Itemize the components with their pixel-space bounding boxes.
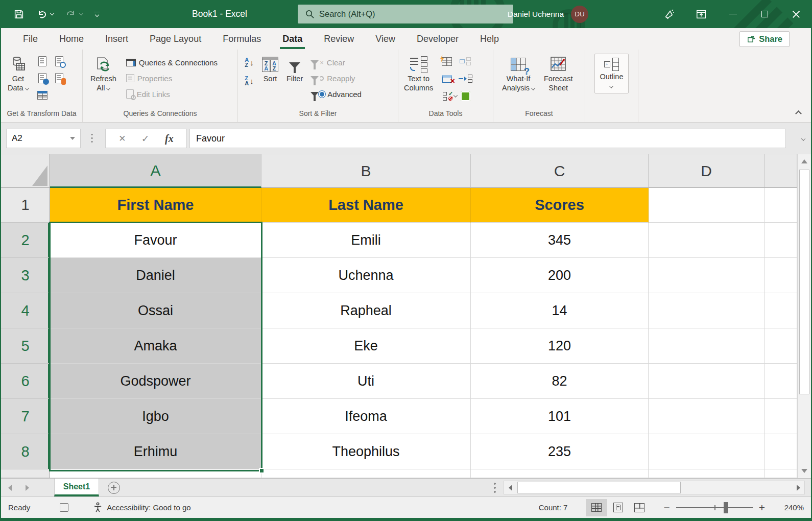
cell-A6[interactable]: Godspower <box>50 364 261 399</box>
cell-A2-active[interactable]: Favour <box>50 223 261 258</box>
from-web-button[interactable] <box>35 72 50 85</box>
cell-A8[interactable]: Erhimu <box>50 434 261 469</box>
page-break-view-button[interactable] <box>629 499 650 516</box>
row-header-8[interactable]: 8 <box>1 434 50 469</box>
cell-A5[interactable]: Amaka <box>50 328 261 364</box>
previous-sheet-button[interactable] <box>1 479 18 496</box>
tab-page-layout[interactable]: Page Layout <box>139 28 212 50</box>
cell-E7[interactable] <box>765 399 797 434</box>
row-header-9-partial[interactable] <box>1 469 50 478</box>
cell-D4[interactable] <box>649 293 765 328</box>
new-sheet-button[interactable] <box>99 479 129 496</box>
column-header-C[interactable]: C <box>471 154 649 188</box>
cell-A3[interactable]: Daniel <box>50 258 261 293</box>
cell-E5[interactable] <box>765 328 797 364</box>
row-header-6[interactable]: 6 <box>1 364 50 399</box>
scroll-right-button[interactable] <box>792 481 804 494</box>
column-header-E-partial[interactable] <box>765 154 797 188</box>
count-indicator[interactable]: Count: 7 <box>539 503 568 512</box>
customize-qat-button[interactable] <box>94 12 100 17</box>
forecast-sheet-button[interactable]: ForecastSheet <box>541 54 575 93</box>
next-sheet-button[interactable] <box>18 479 36 496</box>
row-header-5[interactable]: 5 <box>1 328 50 364</box>
insert-function-button[interactable]: fx <box>165 133 174 145</box>
search-input[interactable]: Search (Alt+Q) <box>298 5 513 23</box>
cell-E3[interactable] <box>765 258 797 293</box>
select-all-corner[interactable] <box>1 154 50 188</box>
cell-E8[interactable] <box>765 434 797 469</box>
cell-E4[interactable] <box>765 293 797 328</box>
redo-button[interactable] <box>65 8 83 20</box>
macro-record-button[interactable] <box>60 503 68 512</box>
cell-E2[interactable] <box>765 223 797 258</box>
scroll-up-button[interactable] <box>798 154 811 169</box>
cell-C1[interactable]: Scores <box>471 188 649 223</box>
accessibility-status[interactable]: Accessibility: Good to go <box>93 502 190 513</box>
advanced-filter-button[interactable]: Advanced <box>308 87 364 101</box>
account-name[interactable]: Daniel Uchenna <box>508 10 564 19</box>
zoom-level[interactable]: 240% <box>774 503 804 512</box>
tab-help[interactable]: Help <box>469 28 510 50</box>
properties-button[interactable]: Properties <box>124 72 220 85</box>
tab-developer[interactable]: Developer <box>406 28 469 50</box>
tab-scrollbar-splitter[interactable] <box>493 482 496 494</box>
formula-input[interactable]: Favour <box>189 129 786 148</box>
tab-formulas[interactable]: Formulas <box>212 28 272 50</box>
sort-button[interactable]: ZA AZ Sort <box>259 54 281 84</box>
row-header-4[interactable]: 4 <box>1 293 50 328</box>
zoom-slider-thumb[interactable] <box>724 502 728 513</box>
cell-B1[interactable]: Last Name <box>261 188 471 223</box>
sort-descending-button[interactable]: ZA↓ <box>242 74 256 87</box>
cell-D1[interactable] <box>649 188 765 223</box>
what-if-analysis-button[interactable]: ? What-IfAnalysis <box>499 54 537 93</box>
cell-D2[interactable] <box>649 223 765 258</box>
remove-duplicates-button[interactable]: × <box>440 72 454 85</box>
cell-A1[interactable]: First Name <box>50 188 261 223</box>
zoom-out-icon[interactable]: − <box>663 505 670 510</box>
normal-view-button[interactable] <box>586 499 607 516</box>
cell-C7[interactable]: 101 <box>471 399 649 434</box>
tab-review[interactable]: Review <box>313 28 365 50</box>
cell-E1[interactable] <box>765 188 797 223</box>
vertical-scrollbar[interactable] <box>797 154 811 478</box>
minimize-button[interactable] <box>717 0 749 28</box>
outline-button[interactable]: Outline <box>594 54 629 93</box>
row-header-2[interactable]: 2 <box>1 223 50 258</box>
row-header-1[interactable]: 1 <box>1 188 50 223</box>
clear-filter-button[interactable]: × Clear <box>308 56 364 69</box>
maximize-button[interactable] <box>749 0 780 28</box>
page-layout-view-button[interactable] <box>607 499 629 516</box>
cell-D5[interactable] <box>649 328 765 364</box>
cell-D7[interactable] <box>649 399 765 434</box>
cell-C8[interactable]: 235 <box>471 434 649 469</box>
collapse-ribbon-button[interactable] <box>796 109 801 118</box>
cell-C4[interactable]: 14 <box>471 293 649 328</box>
column-header-A[interactable]: A <box>50 154 261 188</box>
tab-data[interactable]: Data <box>272 28 313 50</box>
save-button[interactable] <box>13 9 25 20</box>
zoom-in-icon[interactable]: + <box>759 505 765 510</box>
cell-A7[interactable]: Igbo <box>50 399 261 434</box>
formula-bar-resize-handle[interactable] <box>91 133 93 144</box>
chevron-down-icon[interactable] <box>50 11 54 15</box>
filter-button[interactable]: Filter <box>284 54 305 84</box>
cell-C2[interactable]: 345 <box>471 223 649 258</box>
sheet-tab-sheet1[interactable]: Sheet1 <box>54 479 99 496</box>
cell-A4[interactable]: Ossai <box>50 293 261 328</box>
cell-C5[interactable]: 120 <box>471 328 649 364</box>
close-button[interactable] <box>780 0 812 28</box>
sort-ascending-button[interactable]: AZ↓ <box>242 56 256 69</box>
cell-E9-partial[interactable] <box>765 469 797 478</box>
chevron-down-icon[interactable] <box>70 137 75 140</box>
column-header-B[interactable]: B <box>261 154 471 188</box>
tab-home[interactable]: Home <box>49 28 94 50</box>
scroll-down-button[interactable] <box>798 464 811 478</box>
confirm-entry-button[interactable]: ✓ <box>141 133 150 145</box>
cell-C3[interactable]: 200 <box>471 258 649 293</box>
refresh-all-button[interactable]: Refresh All <box>88 54 119 93</box>
cell-B7[interactable]: Ifeoma <box>261 399 471 434</box>
relationships-button[interactable] <box>458 55 472 68</box>
cell-B3[interactable]: Uchenna <box>261 258 471 293</box>
name-box[interactable]: A2 <box>6 129 81 148</box>
reapply-filter-button[interactable]: Reapply <box>308 72 364 85</box>
